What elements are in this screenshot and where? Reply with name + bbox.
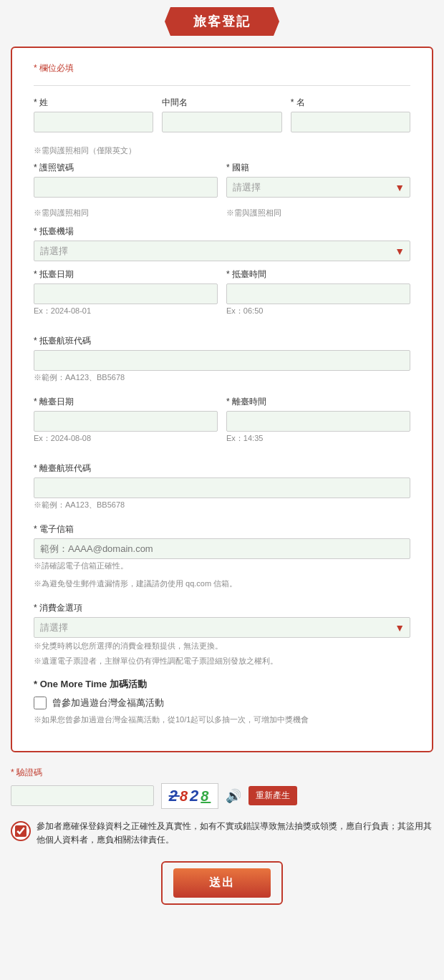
agreement-text: 參加者應確保登錄資料之正確性及真實性，如有不實或錯誤導致無法抽獎或領獎，應自行負… [37, 820, 433, 847]
airport-select[interactable]: 請選擇 [34, 241, 410, 261]
submit-button[interactable]: 送出 [173, 868, 271, 898]
departure-date-label: * 離臺日期 [34, 396, 218, 408]
passport-input[interactable] [34, 177, 218, 198]
departure-date-input[interactable] [34, 411, 218, 432]
captcha-label: * 驗證碼 [11, 767, 433, 779]
agreement-checkbox-wrapper [11, 821, 31, 841]
arrival-date-time-row: * 抵臺日期 Ex：2024-08-01 * 抵臺時間 Ex：06:50 [34, 268, 410, 329]
captcha-audio-button[interactable]: 🔊 [226, 788, 241, 804]
section-divider [34, 85, 410, 86]
first-name-group: * 名 [291, 97, 410, 132]
spending-select-wrapper: 請選擇 ▼ [34, 617, 410, 638]
email-hint2: ※為避免發生郵件遺漏情形，建議請勿使用 qq.com 信箱。 [34, 578, 410, 589]
airport-group: * 抵臺機場 請選擇 ▼ [34, 225, 410, 261]
page-wrapper: 旅客登記 * 欄位必填 * 姓 中間名 * 名 ※需與護照相同（僅限英文） * … [0, 0, 444, 919]
departure-flight-label: * 離臺航班代碼 [34, 462, 410, 475]
passport-hint: ※需與護照相同 [34, 207, 218, 218]
arrival-flight-group: * 抵臺航班代碼 ※範例：AA123、BB5678 [34, 335, 410, 389]
arrival-date-hint: Ex：2024-08-01 [34, 306, 218, 316]
email-group: * 電子信箱 ※請確認電子信箱正確性。 ※為避免發生郵件遺漏情形，建議請勿使用 … [34, 523, 410, 595]
passport-nationality-hints: ※需與護照相同 ※需與護照相同 [34, 207, 410, 218]
checkbox-hint: ※如果您曾參加過遊台灣金福萬活動，從10/1起可以多抽一次，可增加中獎機會 [34, 714, 410, 726]
airport-label: * 抵臺機場 [34, 225, 410, 238]
departure-time-group: * 離臺時間 Ex：14:35 [226, 396, 410, 450]
spending-group: * 消費金選項 請選擇 ▼ ※兌獎時將以您所選擇的消費金種類提供，無法更換。 ※… [34, 602, 410, 667]
arrival-date-group: * 抵臺日期 Ex：2024-08-01 [34, 268, 218, 322]
one-more-time-checkbox[interactable] [34, 697, 47, 709]
one-more-time-section: * One More Time 加碼活動 曾參加過遊台灣金福萬活動 ※如果您曾參… [34, 678, 410, 726]
airport-select-wrapper: 請選擇 ▼ [34, 241, 410, 261]
name-row: * 姓 中間名 * 名 [34, 97, 410, 140]
departure-date-hint: Ex：2024-08-08 [34, 433, 218, 444]
arrival-flight-hint: ※範例：AA123、BB5678 [34, 372, 410, 383]
middle-name-group: 中間名 [162, 97, 281, 132]
required-note: * 欄位必填 [34, 62, 410, 74]
passport-group: * 護照號碼 [34, 162, 218, 198]
spending-notice2: ※遺運電子票證者，主辦單位仍有彈性調配電子票證細別發放之權利。 [34, 655, 410, 668]
departure-flight-group: * 離臺航班代碼 ※範例：AA123、BB5678 [34, 462, 410, 516]
nationality-select-wrapper: 請選擇 ▼ [226, 177, 410, 198]
passport-nationality-row: * 護照號碼 * 國籍 請選擇 ▼ [34, 162, 410, 205]
first-name-input[interactable] [291, 112, 410, 132]
middle-name-input[interactable] [162, 112, 281, 132]
departure-flight-hint: ※範例：AA123、BB5678 [34, 500, 410, 510]
arrival-time-label: * 抵臺時間 [226, 268, 410, 281]
arrival-flight-input[interactable] [34, 350, 410, 371]
title-banner: 旅客登記 [0, 7, 444, 36]
arrival-date-label: * 抵臺日期 [34, 268, 218, 281]
email-label: * 電子信箱 [34, 523, 410, 535]
arrival-time-hint: Ex：06:50 [226, 306, 410, 316]
last-name-label: * 姓 [34, 97, 153, 109]
agreement-checkbox[interactable] [15, 825, 26, 837]
nationality-hint: ※需與護照相同 [226, 207, 410, 218]
submit-area: 送出 [161, 861, 283, 905]
form-container: * 欄位必填 * 姓 中間名 * 名 ※需與護照相同（僅限英文） * 護照號碼 [11, 47, 433, 752]
page-title: 旅客登記 [165, 7, 279, 36]
nationality-group: * 國籍 請選擇 ▼ [226, 162, 410, 198]
spending-label: * 消費金選項 [34, 602, 410, 614]
arrival-time-group: * 抵臺時間 Ex：06:50 [226, 268, 410, 322]
departure-time-hint: Ex：14:35 [226, 433, 410, 444]
departure-flight-input[interactable] [34, 477, 410, 498]
checkbox-row: 曾參加過遊台灣金福萬活動 [34, 697, 410, 709]
agreement-row: 參加者應確保登錄資料之正確性及真實性，如有不實或錯誤導致無法抽獎或領獎，應自行負… [11, 820, 433, 847]
captcha-section: * 驗證碼 2828 🔊 重新產生 [11, 767, 433, 809]
submit-wrapper: 送出 [11, 861, 433, 905]
name-hint: ※需與護照相同（僅限英文） [34, 145, 410, 156]
passport-label: * 護照號碼 [34, 162, 218, 174]
checkbox-text: 曾參加過遊台灣金福萬活動 [52, 697, 164, 709]
last-name-group: * 姓 [34, 97, 153, 132]
captcha-row: 2828 🔊 重新產生 [11, 783, 433, 809]
nationality-label: * 國籍 [226, 162, 410, 174]
middle-name-label: 中間名 [162, 97, 281, 109]
nationality-select[interactable]: 請選擇 [226, 177, 410, 198]
captcha-image: 2828 [161, 783, 218, 809]
arrival-date-input[interactable] [34, 283, 218, 304]
arrival-flight-label: * 抵臺航班代碼 [34, 335, 410, 347]
arrival-time-input[interactable] [226, 283, 410, 304]
captcha-input[interactable] [11, 785, 154, 806]
spending-notice1: ※兌獎時將以您所選擇的消費金種類提供，無法更換。 [34, 640, 410, 653]
departure-date-time-row: * 離臺日期 Ex：2024-08-08 * 離臺時間 Ex：14:35 [34, 396, 410, 457]
spending-select[interactable]: 請選擇 [34, 617, 410, 638]
email-input[interactable] [34, 538, 410, 559]
first-name-label: * 名 [291, 97, 410, 109]
bottom-section: * 驗證碼 2828 🔊 重新產生 參加者應確保登錄資料之正確性及真實性，如有不… [11, 767, 433, 905]
departure-time-input[interactable] [226, 411, 410, 432]
email-hint1: ※請確認電子信箱正確性。 [34, 561, 410, 571]
captcha-refresh-button[interactable]: 重新產生 [248, 786, 297, 805]
last-name-input[interactable] [34, 112, 153, 132]
departure-time-label: * 離臺時間 [226, 396, 410, 408]
departure-date-group: * 離臺日期 Ex：2024-08-08 [34, 396, 218, 450]
one-more-time-label: * One More Time 加碼活動 [34, 678, 410, 691]
